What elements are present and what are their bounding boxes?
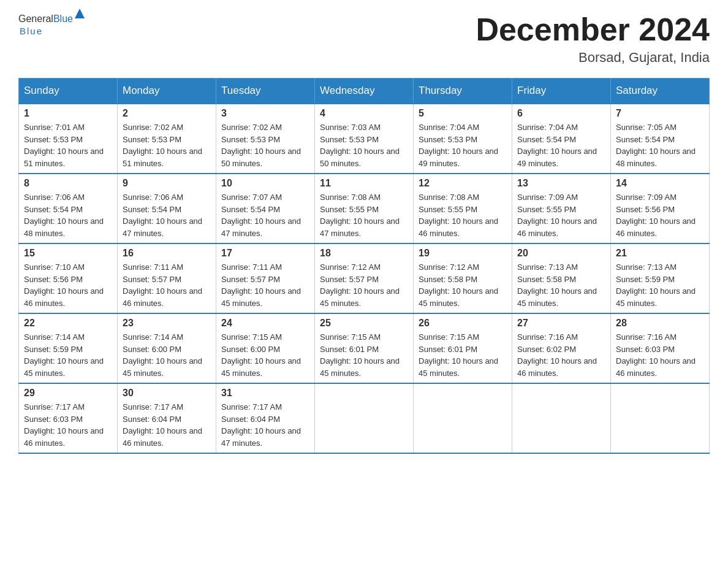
day-cell: 4 Sunrise: 7:03 AM Sunset: 5:53 PM Dayli…: [315, 104, 414, 174]
sunset-label: Sunset: 5:59 PM: [616, 275, 675, 284]
sunset-label: Sunset: 6:03 PM: [24, 415, 83, 424]
day-number: 18: [320, 248, 408, 259]
sunset-label: Sunset: 5:55 PM: [419, 205, 477, 214]
day-cell: 8 Sunrise: 7:06 AM Sunset: 5:54 PM Dayli…: [19, 174, 118, 243]
header-saturday: Saturday: [611, 79, 710, 104]
daylight-label: Daylight: 10 hours and 45 minutes.: [616, 286, 696, 308]
day-number: 9: [123, 178, 211, 189]
day-cell: 11 Sunrise: 7:08 AM Sunset: 5:55 PM Dayl…: [315, 174, 414, 243]
day-number: 15: [24, 248, 112, 259]
sunrise-label: Sunrise: 7:13 AM: [517, 262, 578, 272]
sunrise-label: Sunrise: 7:12 AM: [320, 262, 381, 272]
sunset-label: Sunset: 5:54 PM: [24, 205, 83, 214]
daylight-label: Daylight: 10 hours and 47 minutes.: [320, 216, 400, 238]
day-number: 31: [221, 388, 309, 399]
day-number: 3: [221, 108, 309, 119]
day-info: Sunrise: 7:06 AM Sunset: 5:54 PM Dayligh…: [24, 191, 112, 239]
daylight-label: Daylight: 10 hours and 45 minutes.: [320, 286, 400, 308]
sunset-label: Sunset: 5:56 PM: [24, 275, 83, 284]
sunset-label: Sunset: 5:54 PM: [221, 205, 280, 214]
logo-blue-text: Blue: [53, 13, 73, 25]
sunrise-label: Sunrise: 7:16 AM: [517, 332, 578, 342]
day-info: Sunrise: 7:09 AM Sunset: 5:55 PM Dayligh…: [517, 191, 605, 239]
sunrise-label: Sunrise: 7:04 AM: [419, 123, 479, 132]
daylight-label: Daylight: 10 hours and 46 minutes.: [123, 426, 202, 448]
day-info: Sunrise: 7:17 AM Sunset: 6:04 PM Dayligh…: [123, 401, 211, 449]
daylight-label: Daylight: 10 hours and 45 minutes.: [419, 356, 498, 378]
day-number: 2: [123, 108, 211, 119]
daylight-label: Daylight: 10 hours and 49 minutes.: [517, 147, 597, 168]
week-row-4: 22 Sunrise: 7:14 AM Sunset: 5:59 PM Dayl…: [19, 313, 710, 383]
day-cell: [315, 383, 414, 453]
day-cell: 23 Sunrise: 7:14 AM Sunset: 6:00 PM Dayl…: [118, 313, 216, 383]
day-cell: 17 Sunrise: 7:11 AM Sunset: 5:57 PM Dayl…: [216, 243, 315, 313]
sunrise-label: Sunrise: 7:13 AM: [616, 262, 677, 272]
day-info: Sunrise: 7:06 AM Sunset: 5:54 PM Dayligh…: [123, 191, 211, 239]
day-cell: 19 Sunrise: 7:12 AM Sunset: 5:58 PM Dayl…: [414, 243, 512, 313]
day-info: Sunrise: 7:02 AM Sunset: 5:53 PM Dayligh…: [123, 121, 211, 169]
day-number: 13: [517, 178, 605, 189]
sunrise-label: Sunrise: 7:03 AM: [320, 123, 381, 132]
day-info: Sunrise: 7:09 AM Sunset: 5:56 PM Dayligh…: [616, 191, 704, 239]
day-info: Sunrise: 7:13 AM Sunset: 5:59 PM Dayligh…: [616, 261, 704, 309]
day-info: Sunrise: 7:10 AM Sunset: 5:56 PM Dayligh…: [24, 261, 112, 309]
sunrise-label: Sunrise: 7:09 AM: [517, 193, 578, 202]
sunset-label: Sunset: 6:03 PM: [616, 345, 675, 354]
page-header: General Blue Blue December 2024 Borsad, …: [18, 12, 710, 66]
day-info: Sunrise: 7:14 AM Sunset: 5:59 PM Dayligh…: [24, 331, 112, 379]
logo-general-text: General: [18, 13, 53, 25]
day-info: Sunrise: 7:13 AM Sunset: 5:58 PM Dayligh…: [517, 261, 605, 309]
sunrise-label: Sunrise: 7:17 AM: [123, 402, 183, 412]
sunrise-label: Sunrise: 7:08 AM: [320, 193, 381, 202]
day-cell: 14 Sunrise: 7:09 AM Sunset: 5:56 PM Dayl…: [611, 174, 710, 243]
day-info: Sunrise: 7:08 AM Sunset: 5:55 PM Dayligh…: [419, 191, 507, 239]
sunset-label: Sunset: 5:57 PM: [123, 275, 181, 284]
sunset-label: Sunset: 5:53 PM: [123, 135, 181, 144]
day-cell: 27 Sunrise: 7:16 AM Sunset: 6:02 PM Dayl…: [512, 313, 611, 383]
sunrise-label: Sunrise: 7:10 AM: [24, 262, 85, 272]
day-number: 20: [517, 248, 605, 259]
day-cell: 28 Sunrise: 7:16 AM Sunset: 6:03 PM Dayl…: [611, 313, 710, 383]
day-number: 1: [24, 108, 112, 119]
sunrise-label: Sunrise: 7:11 AM: [221, 262, 282, 272]
sunset-label: Sunset: 6:00 PM: [123, 345, 181, 354]
day-number: 11: [320, 178, 408, 189]
sunset-label: Sunset: 5:58 PM: [419, 275, 477, 284]
day-info: Sunrise: 7:17 AM Sunset: 6:04 PM Dayligh…: [221, 401, 309, 449]
day-cell: 16 Sunrise: 7:11 AM Sunset: 5:57 PM Dayl…: [118, 243, 216, 313]
header-monday: Monday: [118, 79, 216, 104]
daylight-label: Daylight: 10 hours and 51 minutes.: [24, 147, 104, 168]
day-cell: [512, 383, 611, 453]
month-title: December 2024: [476, 12, 710, 47]
daylight-label: Daylight: 10 hours and 50 minutes.: [320, 147, 400, 168]
sunrise-label: Sunrise: 7:09 AM: [616, 193, 677, 202]
day-cell: 3 Sunrise: 7:02 AM Sunset: 5:53 PM Dayli…: [216, 104, 315, 174]
daylight-label: Daylight: 10 hours and 46 minutes.: [616, 356, 696, 378]
sunrise-label: Sunrise: 7:17 AM: [24, 402, 85, 412]
day-info: Sunrise: 7:11 AM Sunset: 5:57 PM Dayligh…: [123, 261, 211, 309]
day-info: Sunrise: 7:12 AM Sunset: 5:57 PM Dayligh…: [320, 261, 408, 309]
daylight-label: Daylight: 10 hours and 48 minutes.: [616, 147, 696, 168]
day-number: 27: [517, 318, 605, 329]
header-tuesday: Tuesday: [216, 79, 315, 104]
day-info: Sunrise: 7:16 AM Sunset: 6:02 PM Dayligh…: [517, 331, 605, 379]
daylight-label: Daylight: 10 hours and 46 minutes.: [24, 426, 104, 448]
sunrise-label: Sunrise: 7:11 AM: [123, 262, 183, 272]
sunset-label: Sunset: 6:01 PM: [320, 345, 379, 354]
day-number: 16: [123, 248, 211, 259]
daylight-label: Daylight: 10 hours and 45 minutes.: [24, 356, 104, 378]
day-cell: 25 Sunrise: 7:15 AM Sunset: 6:01 PM Dayl…: [315, 313, 414, 383]
sunset-label: Sunset: 5:55 PM: [320, 205, 379, 214]
sunset-label: Sunset: 5:53 PM: [221, 135, 280, 144]
day-info: Sunrise: 7:02 AM Sunset: 5:53 PM Dayligh…: [221, 121, 309, 169]
daylight-label: Daylight: 10 hours and 46 minutes.: [419, 216, 498, 238]
day-info: Sunrise: 7:15 AM Sunset: 6:00 PM Dayligh…: [221, 331, 309, 379]
sunrise-label: Sunrise: 7:04 AM: [517, 123, 578, 132]
day-number: 17: [221, 248, 309, 259]
sunrise-label: Sunrise: 7:16 AM: [616, 332, 677, 342]
day-cell: 31 Sunrise: 7:17 AM Sunset: 6:04 PM Dayl…: [216, 383, 315, 453]
sunset-label: Sunset: 5:57 PM: [221, 275, 280, 284]
sunset-label: Sunset: 5:53 PM: [320, 135, 379, 144]
header-thursday: Thursday: [414, 79, 512, 104]
day-cell: 21 Sunrise: 7:13 AM Sunset: 5:59 PM Dayl…: [611, 243, 710, 313]
